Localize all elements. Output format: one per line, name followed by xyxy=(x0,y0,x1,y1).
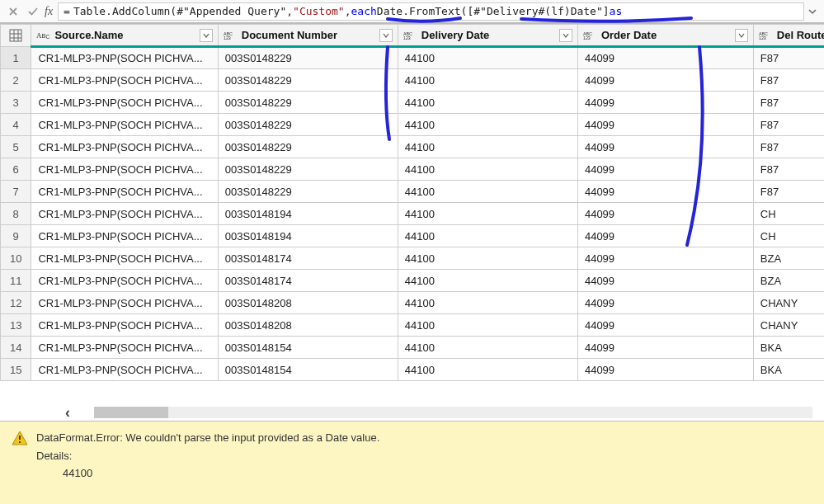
row-number[interactable]: 4 xyxy=(1,114,31,136)
cell-delivery-date[interactable]: 44100 xyxy=(398,136,577,158)
table-row[interactable]: 14CR1-MLP3-PNP(SOCH PICHVA...003S0148154… xyxy=(1,337,825,359)
cell-order-date[interactable]: 44099 xyxy=(577,314,753,337)
cell-order-date[interactable]: 44099 xyxy=(577,203,753,225)
row-number[interactable]: 14 xyxy=(1,337,31,359)
cell-order-date[interactable]: 44099 xyxy=(577,247,753,270)
cell-del-route[interactable]: F87 xyxy=(753,47,824,69)
table-row[interactable]: 9CR1-MLP3-PNP(SOCH PICHVA...003S01481944… xyxy=(1,225,825,247)
cell-source-name[interactable]: CR1-MLP3-PNP(SOCH PICHVA... xyxy=(31,181,218,203)
cell-delivery-date[interactable]: 44100 xyxy=(398,337,577,359)
cell-document-number[interactable]: 003S0148194 xyxy=(218,225,398,247)
column-header-order-date[interactable]: ABC123 Order Date xyxy=(577,25,753,47)
table-row[interactable]: 3CR1-MLP3-PNP(SOCH PICHVA...003S01482294… xyxy=(1,92,825,114)
row-number[interactable]: 10 xyxy=(1,247,31,270)
cell-delivery-date[interactable]: 44100 xyxy=(398,69,577,92)
cell-delivery-date[interactable]: 44100 xyxy=(398,92,577,114)
cell-source-name[interactable]: CR1-MLP3-PNP(SOCH PICHVA... xyxy=(31,47,218,69)
row-number[interactable]: 13 xyxy=(1,314,31,337)
cell-document-number[interactable]: 003S0148208 xyxy=(218,292,398,314)
cell-source-name[interactable]: CR1-MLP3-PNP(SOCH PICHVA... xyxy=(31,114,218,136)
table-row[interactable]: 6CR1-MLP3-PNP(SOCH PICHVA...003S01482294… xyxy=(1,158,825,181)
formula-expand-button[interactable] xyxy=(804,7,821,16)
cell-del-route[interactable]: CH xyxy=(753,225,824,247)
cell-delivery-date[interactable]: 44100 xyxy=(398,314,577,337)
horizontal-scrollbar[interactable]: ‹ › xyxy=(59,404,824,421)
column-filter-button[interactable] xyxy=(735,29,748,42)
table-row[interactable]: 4CR1-MLP3-PNP(SOCH PICHVA...003S01482294… xyxy=(1,114,825,136)
cell-del-route[interactable]: BKA xyxy=(753,337,824,359)
cell-del-route[interactable]: F87 xyxy=(753,114,824,136)
cell-order-date[interactable]: 44099 xyxy=(577,270,753,292)
cell-source-name[interactable]: CR1-MLP3-PNP(SOCH PICHVA... xyxy=(31,314,218,337)
cell-order-date[interactable]: 44099 xyxy=(577,92,753,114)
cell-order-date[interactable]: 44099 xyxy=(577,359,753,381)
column-filter-button[interactable] xyxy=(379,29,393,42)
cell-delivery-date[interactable]: 44100 xyxy=(398,225,577,247)
cell-source-name[interactable]: CR1-MLP3-PNP(SOCH PICHVA... xyxy=(31,292,218,314)
formula-confirm-button[interactable] xyxy=(23,2,43,21)
cell-source-name[interactable]: CR1-MLP3-PNP(SOCH PICHVA... xyxy=(31,337,218,359)
row-number[interactable]: 7 xyxy=(1,181,31,203)
cell-document-number[interactable]: 003S0148229 xyxy=(218,92,398,114)
cell-delivery-date[interactable]: 44100 xyxy=(398,114,577,136)
row-number[interactable]: 1 xyxy=(1,47,31,69)
table-row[interactable]: 13CR1-MLP3-PNP(SOCH PICHVA...003S0148208… xyxy=(1,314,825,337)
table-row[interactable]: 5CR1-MLP3-PNP(SOCH PICHVA...003S01482294… xyxy=(1,136,825,158)
cell-del-route[interactable]: BZA xyxy=(753,247,824,270)
scroll-thumb[interactable] xyxy=(94,407,168,418)
table-row[interactable]: 1CR1-MLP3-PNP(SOCH PICHVA...003S01482294… xyxy=(1,47,825,69)
cell-order-date[interactable]: 44099 xyxy=(577,136,753,158)
cell-del-route[interactable]: F87 xyxy=(753,158,824,181)
cell-document-number[interactable]: 003S0148229 xyxy=(218,69,398,92)
cell-document-number[interactable]: 003S0148229 xyxy=(218,47,398,69)
cell-delivery-date[interactable]: 44100 xyxy=(398,247,577,270)
cell-del-route[interactable]: CHANY xyxy=(753,314,824,337)
cell-order-date[interactable]: 44099 xyxy=(577,69,753,92)
cell-document-number[interactable]: 003S0148154 xyxy=(218,359,398,381)
cell-del-route[interactable]: F87 xyxy=(753,69,824,92)
cell-document-number[interactable]: 003S0148229 xyxy=(218,181,398,203)
table-corner[interactable] xyxy=(1,25,31,47)
cell-del-route[interactable]: F87 xyxy=(753,136,824,158)
row-number[interactable]: 15 xyxy=(1,359,31,381)
column-filter-button[interactable] xyxy=(559,29,572,42)
cell-source-name[interactable]: CR1-MLP3-PNP(SOCH PICHVA... xyxy=(31,203,218,225)
cell-delivery-date[interactable]: 44100 xyxy=(398,181,577,203)
cell-source-name[interactable]: CR1-MLP3-PNP(SOCH PICHVA... xyxy=(31,247,218,270)
column-header-document-number[interactable]: ABC123 Document Number xyxy=(218,25,398,47)
row-number[interactable]: 2 xyxy=(1,69,31,92)
cell-document-number[interactable]: 003S0148208 xyxy=(218,314,398,337)
cell-del-route[interactable]: F87 xyxy=(753,92,824,114)
row-number[interactable]: 3 xyxy=(1,92,31,114)
cell-delivery-date[interactable]: 44100 xyxy=(398,47,577,69)
row-number[interactable]: 8 xyxy=(1,203,31,225)
cell-order-date[interactable]: 44099 xyxy=(577,337,753,359)
row-number[interactable]: 9 xyxy=(1,225,31,247)
table-row[interactable]: 15CR1-MLP3-PNP(SOCH PICHVA...003S0148154… xyxy=(1,359,825,381)
cell-source-name[interactable]: CR1-MLP3-PNP(SOCH PICHVA... xyxy=(31,225,218,247)
table-row[interactable]: 10CR1-MLP3-PNP(SOCH PICHVA...003S0148174… xyxy=(1,247,825,270)
cell-del-route[interactable]: BKA xyxy=(753,359,824,381)
cell-document-number[interactable]: 003S0148154 xyxy=(218,337,398,359)
scroll-track[interactable] xyxy=(94,407,812,418)
cell-del-route[interactable]: CH xyxy=(753,203,824,225)
cell-order-date[interactable]: 44099 xyxy=(577,114,753,136)
cell-source-name[interactable]: CR1-MLP3-PNP(SOCH PICHVA... xyxy=(31,69,218,92)
cell-document-number[interactable]: 003S0148174 xyxy=(218,270,398,292)
cell-document-number[interactable]: 003S0148174 xyxy=(218,247,398,270)
cell-del-route[interactable]: CHANY xyxy=(753,292,824,314)
row-number[interactable]: 6 xyxy=(1,158,31,181)
table-row[interactable]: 2CR1-MLP3-PNP(SOCH PICHVA...003S01482294… xyxy=(1,69,825,92)
cell-source-name[interactable]: CR1-MLP3-PNP(SOCH PICHVA... xyxy=(31,359,218,381)
cell-order-date[interactable]: 44099 xyxy=(577,225,753,247)
column-header-del-route[interactable]: ABC123 Del Route xyxy=(753,25,824,47)
row-number[interactable]: 5 xyxy=(1,136,31,158)
cell-del-route[interactable]: F87 xyxy=(753,181,824,203)
table-row[interactable]: 11CR1-MLP3-PNP(SOCH PICHVA...003S0148174… xyxy=(1,270,825,292)
cell-delivery-date[interactable]: 44100 xyxy=(398,203,577,225)
cell-document-number[interactable]: 003S0148229 xyxy=(218,136,398,158)
cell-order-date[interactable]: 44099 xyxy=(577,181,753,203)
cell-source-name[interactable]: CR1-MLP3-PNP(SOCH PICHVA... xyxy=(31,136,218,158)
column-header-delivery-date[interactable]: ABC123 Delivery Date xyxy=(398,25,577,47)
row-number[interactable]: 11 xyxy=(1,270,31,292)
